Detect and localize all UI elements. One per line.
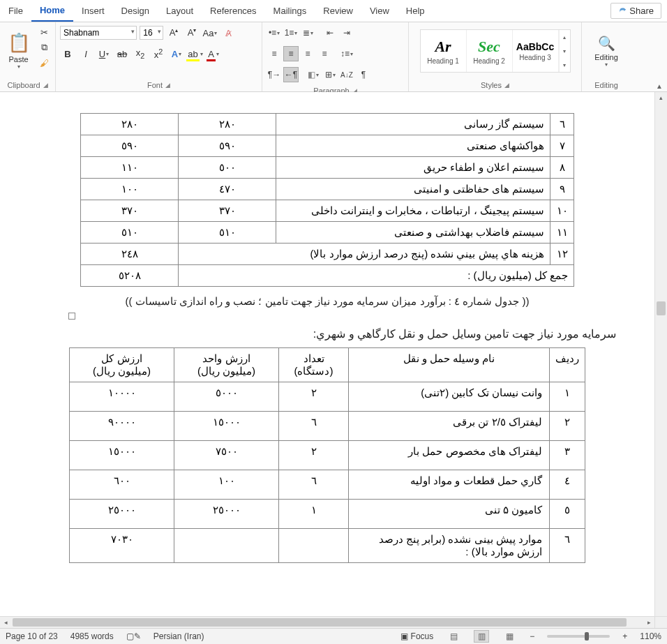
tab-view[interactable]: View: [361, 1, 398, 21]
print-layout-button[interactable]: ▥: [474, 630, 489, 643]
table-total-row: جمع کل (میلیون ریال) :٥٢٠٨: [81, 265, 574, 287]
superscript-button[interactable]: x2: [151, 46, 166, 61]
borders-button[interactable]: ⊞: [322, 67, 338, 82]
grow-font-button[interactable]: A▴: [166, 25, 181, 40]
document-area[interactable]: ٦سیستم گاز رسانی٢٨٠٢٨٠٧هواکشهای صنعتی٥٩٠…: [0, 92, 654, 628]
font-name-combo[interactable]: Shabnam: [60, 26, 137, 40]
numbering-button[interactable]: 1≡: [283, 25, 299, 40]
th-unit: ارزش واحد(میلیون ریال): [174, 348, 279, 382]
tab-design[interactable]: Design: [113, 1, 158, 21]
rtl-button[interactable]: ←¶: [283, 67, 299, 82]
hscroll-thumb[interactable]: [13, 618, 627, 627]
clear-formatting-button[interactable]: A̷: [220, 25, 236, 40]
web-layout-icon: ▦: [506, 631, 514, 641]
zoom-in-button[interactable]: +: [622, 631, 627, 641]
zoom-knob[interactable]: [585, 632, 589, 641]
subscript-icon: x2: [136, 47, 145, 60]
table-row: ٧هواکشهای صنعتی٥٩٠٥٩٠: [81, 135, 574, 157]
ltr-button[interactable]: ¶→: [267, 67, 282, 82]
align-center-button[interactable]: ≡: [283, 46, 299, 61]
text-effects-button[interactable]: A: [169, 46, 184, 61]
tab-file[interactable]: File: [0, 1, 31, 21]
web-layout-button[interactable]: ▦: [502, 630, 517, 643]
tab-help[interactable]: Help: [398, 1, 433, 21]
status-page[interactable]: Page 10 of 23: [6, 631, 58, 641]
tab-references[interactable]: References: [202, 1, 264, 21]
highlight-icon: ab: [186, 49, 199, 59]
clipboard-launcher[interactable]: ◢: [43, 82, 48, 89]
change-case-button[interactable]: Aa: [202, 25, 218, 40]
multilevel-button[interactable]: ≣: [300, 25, 315, 40]
shading-button[interactable]: ◧: [306, 67, 321, 82]
read-mode-button[interactable]: ▤: [446, 630, 461, 643]
table-row: ١١سیستم فاضلاب بهداشتی و صنعتی٥١٠٥١٠: [81, 222, 574, 244]
italic-button[interactable]: I: [78, 46, 93, 61]
gallery-up[interactable]: ▴: [559, 30, 570, 44]
style-name: Heading 1: [427, 57, 459, 65]
scroll-left-button[interactable]: ◂: [0, 617, 11, 628]
group-font: Shabnam 16 A▴ A▾ Aa A̷ B I U ab x2 x2 A …: [56, 22, 262, 91]
focus-mode-label[interactable]: ▣Focus: [400, 631, 434, 641]
justify-button[interactable]: ≡: [317, 46, 332, 61]
tab-home[interactable]: Home: [31, 0, 73, 22]
group-paragraph: •≡ 1≡ ≣ ⇤ ⇥ ≡ ≡ ≡ ≡ ↕≡ ¶→ ←¶ ◧ ⊞: [262, 22, 409, 91]
bullets-button[interactable]: •≡: [267, 25, 282, 40]
editing-button[interactable]: 🔍 Editing ▾: [589, 24, 624, 78]
align-left-button[interactable]: ≡: [267, 46, 282, 61]
strikethrough-button[interactable]: ab: [114, 46, 130, 61]
paste-button[interactable]: 📋 Paste ▾: [3, 24, 34, 78]
table-handle[interactable]: [68, 313, 75, 320]
subscript-button[interactable]: x2: [133, 46, 148, 61]
style-heading2[interactable]: Sec Heading 2: [467, 30, 513, 72]
horizontal-scrollbar[interactable]: ◂ ▸: [0, 616, 654, 628]
zoom-slider[interactable]: [547, 635, 610, 638]
tab-insert[interactable]: Insert: [73, 1, 113, 21]
gallery-more[interactable]: ▾: [559, 58, 570, 72]
highlight-button[interactable]: ab: [187, 46, 202, 61]
copy-button[interactable]: ⧉: [37, 40, 51, 54]
bold-icon: B: [64, 49, 70, 59]
numbering-icon: 1≡: [285, 28, 294, 38]
zoom-level[interactable]: 110%: [640, 631, 661, 641]
group-styles: Ar Heading 1 Sec Heading 2 AaBbCc Headin…: [409, 22, 582, 91]
status-words[interactable]: 4985 words: [70, 631, 114, 641]
cut-button[interactable]: ✂: [37, 25, 51, 39]
tab-review[interactable]: Review: [315, 1, 361, 21]
align-right-button[interactable]: ≡: [300, 46, 315, 61]
superscript-icon: x2: [154, 47, 163, 60]
menu-bar: File Home Insert Design Layout Reference…: [0, 0, 667, 22]
vertical-scrollbar[interactable]: ▴ ▾: [654, 92, 667, 628]
shrink-font-button[interactable]: A▾: [184, 25, 200, 40]
bold-button[interactable]: B: [60, 46, 75, 61]
increase-indent-button[interactable]: ⇥: [339, 25, 354, 40]
scroll-thumb[interactable]: [657, 301, 666, 315]
decrease-indent-button[interactable]: ⇤: [322, 25, 338, 40]
format-painter-button[interactable]: 🖌: [37, 56, 51, 70]
proofing-icon[interactable]: ▢✎: [126, 631, 141, 641]
show-marks-button[interactable]: ¶: [356, 67, 371, 82]
status-language[interactable]: Persian (Iran): [153, 631, 204, 641]
indent-icon: ⇥: [343, 28, 350, 38]
sort-icon: A↓Z: [340, 71, 353, 79]
scroll-corner: [654, 616, 667, 628]
share-button[interactable]: Share: [610, 3, 661, 19]
style-heading3[interactable]: AaBbCc Heading 3: [513, 30, 559, 72]
font-color-button[interactable]: A: [205, 46, 220, 61]
zoom-out-button[interactable]: −: [530, 631, 534, 641]
font-size-combo[interactable]: 16: [140, 26, 163, 40]
scroll-up-button[interactable]: ▴: [655, 92, 667, 103]
style-heading1[interactable]: Ar Heading 1: [421, 30, 467, 72]
tab-mailings[interactable]: Mailings: [265, 1, 315, 21]
style-name: Heading 2: [473, 57, 505, 65]
table-transport: ردیف نام وسیله حمل و نقل تعداد(دستگاه) ا…: [69, 347, 585, 563]
tab-layout[interactable]: Layout: [158, 1, 202, 21]
gallery-down[interactable]: ▾: [559, 44, 570, 58]
line-spacing-button[interactable]: ↕≡: [339, 46, 354, 61]
styles-launcher[interactable]: ◢: [504, 82, 509, 89]
underline-button[interactable]: U: [96, 46, 112, 61]
borders-icon: ⊞: [325, 70, 332, 80]
sort-button[interactable]: A↓Z: [339, 67, 354, 82]
font-launcher[interactable]: ◢: [165, 82, 170, 89]
collapse-ribbon-button[interactable]: ▲: [656, 82, 663, 90]
scroll-right-button[interactable]: ▸: [643, 617, 654, 628]
